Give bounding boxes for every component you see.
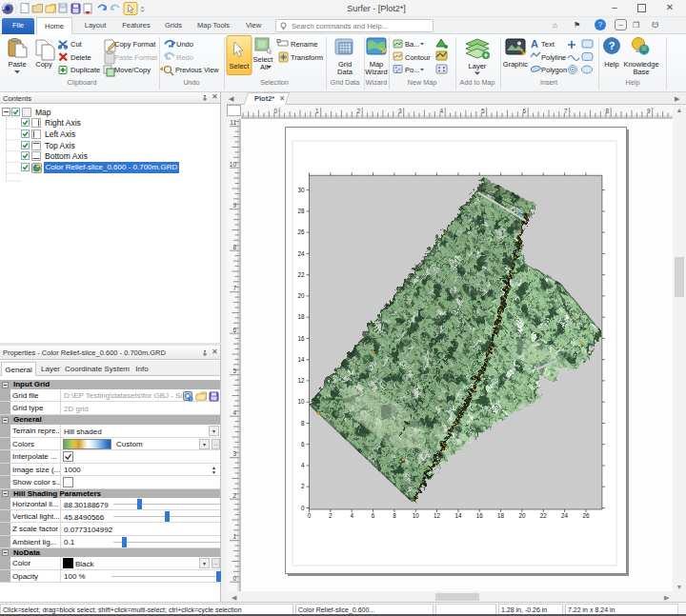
svg-text:▲: ▲ <box>676 107 683 113</box>
svg-text:4: 4 <box>301 462 305 468</box>
svg-text:2: 2 <box>301 483 305 489</box>
svg-text:12: 12 <box>434 512 441 519</box>
svg-text:16: 16 <box>297 335 305 342</box>
svg-text:8: 8 <box>606 108 610 114</box>
svg-text:3: 3 <box>232 450 236 457</box>
svg-text:10: 10 <box>230 161 237 168</box>
svg-text:6: 6 <box>232 327 236 333</box>
svg-text:20: 20 <box>297 292 305 299</box>
svg-text:16: 16 <box>476 512 484 519</box>
svg-text:20: 20 <box>518 512 526 519</box>
svg-text:4: 4 <box>232 409 236 416</box>
svg-text:5: 5 <box>481 108 485 114</box>
svg-text:24: 24 <box>297 250 305 257</box>
svg-text:12: 12 <box>297 377 305 384</box>
svg-text:2: 2 <box>232 492 236 499</box>
svg-text:1: 1 <box>315 108 319 114</box>
svg-text:1: 1 <box>232 533 236 540</box>
svg-text:26: 26 <box>582 512 590 519</box>
svg-text:9: 9 <box>647 108 651 114</box>
svg-text:10: 10 <box>297 398 305 405</box>
svg-text:22: 22 <box>540 512 548 519</box>
svg-text:0: 0 <box>232 575 236 582</box>
svg-text:8: 8 <box>393 512 396 519</box>
svg-text:10: 10 <box>413 512 420 519</box>
svg-text:▼: ▼ <box>676 584 683 590</box>
svg-text:9: 9 <box>232 202 236 209</box>
svg-text:6: 6 <box>372 512 375 519</box>
svg-text:7: 7 <box>564 108 568 114</box>
svg-text:18: 18 <box>297 313 305 320</box>
svg-text:2: 2 <box>357 108 361 114</box>
svg-text:8: 8 <box>232 244 236 250</box>
svg-text:2: 2 <box>329 512 333 519</box>
svg-text:22: 22 <box>297 271 305 278</box>
svg-text:14: 14 <box>297 356 305 363</box>
svg-text:4: 4 <box>440 108 444 114</box>
svg-text:4: 4 <box>350 512 353 519</box>
svg-text:6: 6 <box>301 441 305 447</box>
svg-text:26: 26 <box>297 229 305 235</box>
svg-text:8: 8 <box>301 420 305 427</box>
svg-text:▶: ▶ <box>664 594 670 601</box>
svg-text:6: 6 <box>523 108 527 114</box>
svg-text:0: 0 <box>301 505 305 511</box>
svg-text:30: 30 <box>297 187 305 193</box>
svg-text:14: 14 <box>454 512 462 519</box>
svg-text:7: 7 <box>232 285 236 291</box>
svg-text:18: 18 <box>497 512 505 519</box>
svg-text:5: 5 <box>232 368 236 374</box>
svg-text:24: 24 <box>561 512 569 519</box>
svg-text:◀: ◀ <box>232 594 237 601</box>
svg-text:3: 3 <box>398 108 402 114</box>
svg-text:0: 0 <box>308 512 312 519</box>
svg-text:0: 0 <box>274 108 278 114</box>
svg-text:28: 28 <box>297 208 305 214</box>
svg-text:11: 11 <box>230 119 236 126</box>
